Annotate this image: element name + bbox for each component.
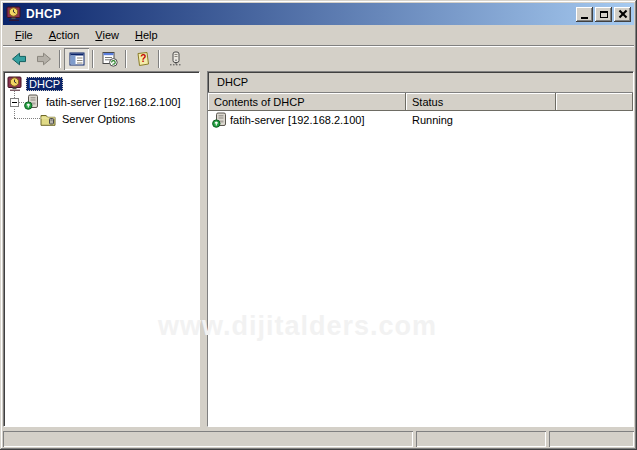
export-list-button[interactable]	[97, 48, 122, 70]
title-bar: DHCP	[3, 3, 634, 25]
back-button[interactable]	[6, 48, 31, 70]
column-header-status[interactable]: Status	[406, 93, 556, 111]
console-tree-icon	[69, 51, 85, 67]
export-list-icon	[102, 51, 118, 67]
svg-text:?: ?	[140, 53, 146, 64]
status-panel-3	[549, 431, 634, 447]
dhcp-console-icon	[6, 6, 22, 22]
list-item-name: fatih-server [192.168.2.100]	[230, 114, 365, 126]
maximize-icon	[600, 11, 608, 18]
result-pane-banner: DHCP	[208, 72, 633, 92]
show-hide-console-tree-button[interactable]	[64, 48, 89, 70]
forward-arrow-icon	[36, 51, 52, 67]
toolbar-separator	[125, 50, 127, 68]
menu-action[interactable]: Action	[41, 27, 88, 44]
close-icon	[619, 10, 627, 18]
tree-item-dhcp-root[interactable]: DHCP	[7, 75, 63, 92]
window-title: DHCP	[26, 7, 61, 21]
tree-connector	[14, 109, 15, 118]
toolbar-separator	[158, 50, 160, 68]
menu-view[interactable]: View	[87, 27, 127, 44]
dhcp-console-icon	[7, 76, 23, 92]
menu-bar: File Action View Help	[3, 26, 634, 46]
toolbar-separator	[92, 50, 94, 68]
list-view: Contents of DHCP Status	[208, 92, 633, 426]
tree-item-server-options[interactable]: Server Options	[40, 110, 138, 127]
console-tree-pane: DHCP fatih-server [192.1	[3, 71, 200, 427]
minimize-icon	[581, 17, 588, 19]
pane-splitter[interactable]	[200, 71, 207, 427]
tree-label-dhcp[interactable]: DHCP	[26, 77, 63, 91]
menu-file[interactable]: File	[7, 27, 41, 44]
tree-connector	[14, 118, 40, 119]
dhcp-console-window: DHCP File Action View Help	[0, 0, 637, 450]
tree-item-server[interactable]: fatih-server [192.168.2.100]	[24, 93, 184, 110]
tree-label-server[interactable]: fatih-server [192.168.2.100]	[43, 95, 184, 109]
toolbar: ?	[3, 47, 634, 71]
result-pane: DHCP Contents of DHCP Status	[207, 71, 634, 427]
dhcp-server-icon	[24, 94, 40, 110]
tree-label-server-options[interactable]: Server Options	[59, 112, 138, 126]
dhcp-server-icon	[212, 112, 228, 128]
maximize-button[interactable]	[595, 7, 612, 22]
tree: DHCP fatih-server [192.1	[4, 72, 199, 426]
help-book-icon: ?	[135, 51, 151, 67]
main-area: DHCP fatih-server [192.1	[3, 71, 634, 427]
menu-help[interactable]: Help	[127, 27, 166, 44]
status-panel-2	[416, 431, 546, 447]
column-headers: Contents of DHCP Status	[208, 93, 633, 111]
forward-button[interactable]	[31, 48, 56, 70]
tree-connector	[14, 91, 15, 98]
minimize-button[interactable]	[576, 7, 593, 22]
server-tower-icon	[168, 51, 184, 67]
close-button[interactable]	[614, 7, 631, 22]
banner-title: DHCP	[217, 76, 248, 88]
folder-options-icon	[40, 111, 56, 127]
column-header-empty[interactable]	[556, 93, 633, 111]
minus-icon	[12, 102, 17, 103]
toolbar-separator	[59, 50, 61, 68]
status-panel-1	[3, 431, 413, 447]
list-item-server[interactable]: fatih-server [192.168.2.100] Running	[208, 111, 633, 128]
server-button[interactable]	[163, 48, 188, 70]
status-bar	[3, 428, 634, 447]
column-header-contents[interactable]: Contents of DHCP	[208, 93, 406, 111]
back-arrow-icon	[11, 51, 27, 67]
collapse-toggle[interactable]	[10, 98, 19, 107]
list-item-status: Running	[406, 114, 556, 126]
help-button[interactable]: ?	[130, 48, 155, 70]
